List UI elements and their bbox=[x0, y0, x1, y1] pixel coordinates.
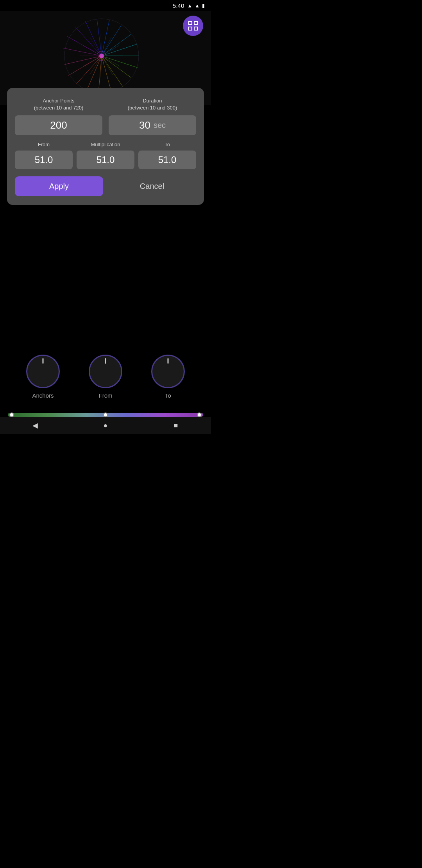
anchor-points-input[interactable] bbox=[15, 115, 102, 135]
nav-back-button[interactable]: ◀ bbox=[28, 418, 42, 432]
to-knob-group: To bbox=[151, 355, 185, 399]
status-time: 5:40 bbox=[173, 2, 184, 9]
svg-rect-36 bbox=[189, 27, 192, 30]
nav-home-button[interactable]: ● bbox=[98, 418, 113, 432]
svg-line-8 bbox=[75, 27, 102, 56]
to-input[interactable] bbox=[138, 151, 196, 169]
to-knob-tick bbox=[168, 358, 169, 364]
svg-line-7 bbox=[85, 21, 102, 56]
svg-line-15 bbox=[98, 56, 102, 93]
svg-line-27 bbox=[83, 56, 102, 66]
from-group: From bbox=[15, 142, 73, 169]
anchors-knob-tick bbox=[43, 358, 44, 364]
from-label: From bbox=[38, 142, 50, 147]
duration-input-box[interactable]: 30 sec bbox=[109, 115, 196, 135]
duration-unit: sec bbox=[154, 121, 166, 130]
svg-line-10 bbox=[63, 48, 102, 56]
status-icons: ▲ ▲ ▮ bbox=[187, 3, 205, 9]
svg-line-12 bbox=[68, 56, 102, 75]
expand-icon bbox=[188, 20, 198, 31]
from-input[interactable] bbox=[15, 151, 73, 169]
svg-line-24 bbox=[90, 37, 102, 56]
multiplication-input[interactable] bbox=[77, 151, 134, 169]
action-row: Apply Cancel bbox=[15, 176, 196, 196]
multiplication-group: Multiplication bbox=[77, 142, 134, 169]
svg-line-11 bbox=[64, 56, 102, 65]
settings-dialog: Anchor Points (between 10 and 720) Durat… bbox=[7, 88, 204, 205]
svg-line-30 bbox=[102, 56, 113, 75]
nav-home-icon: ● bbox=[104, 421, 108, 430]
nav-back-icon: ◀ bbox=[32, 421, 38, 430]
to-label: To bbox=[165, 142, 170, 147]
svg-line-25 bbox=[83, 45, 102, 56]
expand-button[interactable] bbox=[183, 16, 203, 36]
wifi-icon: ▲ bbox=[187, 3, 192, 9]
multiplication-label: Multiplication bbox=[91, 142, 120, 147]
nav-recent-icon: ■ bbox=[174, 421, 178, 430]
svg-line-4 bbox=[102, 25, 121, 56]
svg-line-18 bbox=[102, 56, 131, 78]
svg-line-13 bbox=[76, 56, 102, 84]
to-knob-label: To bbox=[165, 392, 171, 399]
duration-col: Duration (between 10 and 300) 30 sec bbox=[109, 97, 196, 135]
from-knob[interactable] bbox=[89, 355, 122, 388]
svg-line-5 bbox=[102, 20, 109, 56]
to-knob[interactable] bbox=[151, 355, 185, 388]
anchors-knob-group: Anchors bbox=[26, 355, 60, 399]
to-group: To bbox=[138, 142, 196, 169]
from-knob-group: From bbox=[89, 355, 122, 399]
dialog-row-1: Anchor Points (between 10 and 720) Durat… bbox=[15, 97, 196, 135]
svg-point-32 bbox=[99, 54, 104, 58]
svg-line-14 bbox=[87, 56, 102, 90]
svg-line-16 bbox=[102, 56, 111, 92]
apply-button[interactable]: Apply bbox=[15, 176, 103, 196]
status-bar: 5:40 ▲ ▲ ▮ bbox=[0, 0, 211, 11]
svg-line-3 bbox=[102, 34, 131, 56]
nav-recent-button[interactable]: ■ bbox=[169, 418, 183, 432]
from-knob-tick bbox=[105, 358, 106, 364]
from-knob-label: From bbox=[99, 392, 113, 399]
battery-icon: ▮ bbox=[202, 3, 205, 9]
duration-value: 30 bbox=[139, 119, 150, 131]
anchors-knob[interactable] bbox=[26, 355, 60, 388]
anchors-knob-label: Anchors bbox=[32, 392, 54, 399]
svg-rect-34 bbox=[189, 22, 192, 25]
nav-bar: ◀ ● ■ bbox=[0, 417, 211, 434]
spiral-canvas bbox=[55, 17, 156, 99]
duration-label: Duration (between 10 and 300) bbox=[128, 97, 177, 111]
signal-icon: ▲ bbox=[195, 3, 200, 9]
svg-line-19 bbox=[102, 56, 138, 68]
svg-line-17 bbox=[102, 56, 123, 86]
cancel-button[interactable]: Cancel bbox=[108, 176, 196, 196]
knobs-section: Anchors From To bbox=[0, 355, 211, 399]
svg-rect-37 bbox=[194, 27, 197, 30]
anchor-points-label: Anchor Points (between 10 and 720) bbox=[34, 97, 83, 111]
spiral-svg bbox=[55, 17, 148, 95]
dialog-row-2: From Multiplication To bbox=[15, 142, 196, 169]
svg-line-28 bbox=[90, 56, 102, 75]
svg-rect-35 bbox=[194, 22, 197, 25]
gradient-bar[interactable] bbox=[8, 413, 203, 417]
anchor-points-col: Anchor Points (between 10 and 720) bbox=[15, 97, 102, 135]
